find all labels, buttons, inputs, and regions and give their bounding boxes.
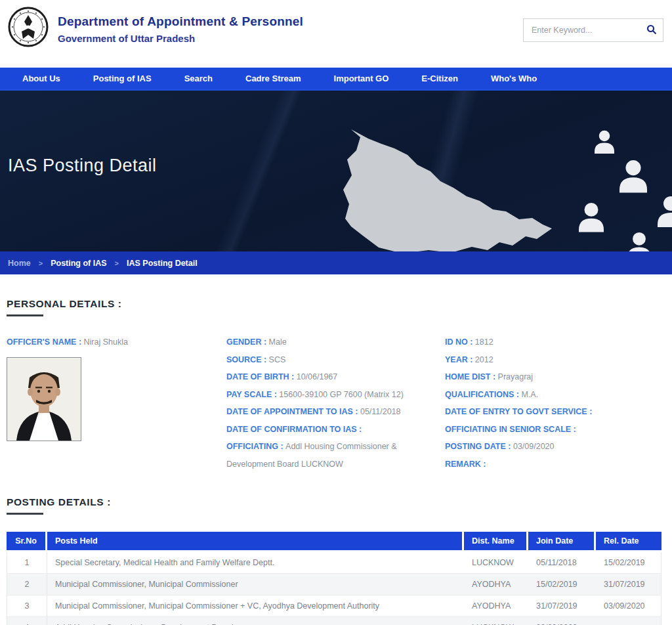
cell-sr-no: 3 (7, 595, 47, 617)
personal-details-col-right: ID NO : 1812YEAR : 2012HOME DIST : Praya… (445, 334, 662, 473)
heading-underline (7, 314, 43, 316)
site-title: Department of Appointment & Personnel (58, 14, 303, 29)
field-label: GENDER : (226, 337, 269, 347)
field-value: 05/11/2018 (360, 407, 401, 416)
posting-details-table: Sr.NoPosts HeldDist. NameJoin DateRel. D… (7, 532, 662, 625)
field-label: DATE OF APPOINTMENT TO IAS : (226, 407, 360, 416)
cell-join-date: 03/09/2020 (528, 617, 596, 625)
cell-rel-date: 03/09/2020 (596, 595, 662, 617)
officer-name-field: OFFICER'S NAME : Niraj Shukla (7, 334, 226, 351)
nav-item-who-s-who[interactable]: Who's Who (491, 74, 537, 83)
field-value: 15600-39100 GP 7600 (Matrix 12) (279, 390, 403, 399)
detail-field-officiating: OFFICIATING : Addl Housing Commissioner … (226, 438, 445, 473)
site-branding: Department of Appointment & Personnel Go… (58, 14, 303, 44)
cell-district: AYODHYA (464, 574, 528, 595)
field-value: 2012 (475, 355, 494, 364)
cell-join-date: 05/11/2018 (528, 552, 596, 574)
posting-table-body: 1Special Secretary, Medical Health and F… (7, 552, 662, 625)
breadcrumb-separator: > (115, 259, 119, 267)
nav-item-about-us[interactable]: About Us (22, 74, 60, 83)
breadcrumb-item-ias-posting-detail[interactable]: IAS Posting Detail (127, 259, 198, 268)
field-label: YEAR : (445, 355, 475, 364)
field-value: 03/09/2020 (513, 442, 555, 451)
field-label: OFFICER'S NAME : (7, 337, 84, 347)
page-header: Department of Appointment & Personnel Go… (0, 0, 672, 68)
detail-field-year: YEAR : 2012 (445, 351, 662, 369)
officer-photo (7, 357, 81, 441)
detail-field-officiating-in-senior-scale: OFFICIATING IN SENIOR SCALE : (445, 421, 662, 439)
field-value: Prayagraj (498, 372, 534, 381)
personal-details-col-middle: GENDER : MaleSOURCE : SCSDATE OF BIRTH :… (226, 334, 445, 473)
heading-underline (7, 513, 43, 515)
field-label: OFFICIATING : (226, 442, 285, 451)
personal-details-grid: OFFICER'S NAME : Niraj Shukla (7, 334, 663, 473)
field-label: OFFICIATING IN SENIOR SCALE : (445, 425, 576, 434)
field-value: 10/06/1967 (297, 372, 338, 381)
uttar-pradesh-map-silhouette (331, 127, 558, 251)
nav-item-posting-of-ias[interactable]: Posting of IAS (93, 74, 152, 83)
field-label: PAY SCALE : (226, 390, 279, 399)
nav-item-search[interactable]: Search (184, 74, 213, 83)
hero-banner: IAS Posting Detail (0, 89, 672, 251)
detail-field-pay-scale: PAY SCALE : 15600-39100 GP 7600 (Matrix … (226, 386, 445, 404)
breadcrumb-item-home[interactable]: Home (8, 259, 31, 268)
cell-sr-no: 1 (7, 552, 47, 574)
field-label: POSTING DATE : (445, 442, 513, 451)
detail-field-date-of-birth: DATE OF BIRTH : 10/06/1967 (226, 368, 445, 386)
detail-field-qualifications: QUALIFICATIONS : M.A. (445, 386, 662, 404)
field-label: DATE OF ENTRY TO GOVT SERVICE : (445, 407, 592, 416)
cell-post-held: Municipal Commissioner, Municipal Commis… (47, 574, 464, 595)
table-row: 2Municipal Commissioner, Municipal Commi… (7, 574, 662, 595)
detail-field-gender: GENDER : Male (226, 334, 445, 351)
people-silhouettes (554, 91, 672, 251)
field-value: 1812 (475, 337, 494, 347)
table-row: 1Special Secretary, Medical Health and F… (7, 552, 662, 574)
column-header-sr-no: Sr.No (7, 532, 47, 552)
personal-details-col-left: OFFICER'S NAME : Niraj Shukla (7, 334, 226, 473)
column-header-rel-date: Rel. Date (596, 532, 662, 552)
detail-field-home-dist: HOME DIST : Prayagraj (445, 368, 662, 386)
cell-post-held: Addl Housing Commissioner Development Bo… (47, 617, 464, 625)
search-button[interactable] (640, 19, 663, 41)
search-input[interactable] (524, 26, 640, 35)
field-label: QUALIFICATIONS : (445, 390, 521, 399)
detail-field-remark: REMARK : (445, 456, 662, 473)
field-label: DATE OF CONFIRMATION TO IAS : (226, 425, 362, 434)
field-value: Male (269, 337, 287, 347)
personal-details-heading: PERSONAL DETAILS : (7, 298, 663, 310)
column-header-dist-name: Dist. Name (464, 532, 528, 552)
nav-item-e-citizen[interactable]: E-Citizen (421, 74, 458, 83)
up-government-emblem-logo (8, 6, 49, 48)
cell-district: AYODHYA (464, 595, 528, 617)
field-value: M.A. (521, 390, 538, 399)
page-title: IAS Posting Detail (8, 156, 157, 176)
column-header-posts-held: Posts Held (47, 532, 464, 552)
main-navigation: About UsPosting of IASSearchCadre Stream… (0, 68, 672, 89)
cell-join-date: 15/02/2019 (528, 574, 596, 595)
field-label: HOME DIST : (445, 372, 498, 381)
field-value: SCS (269, 355, 286, 364)
detail-field-date-of-confirmation-to-ias: DATE OF CONFIRMATION TO IAS : (226, 421, 445, 439)
cell-sr-no: 4 (7, 617, 47, 625)
main-content: PERSONAL DETAILS : OFFICER'S NAME : Nira… (0, 298, 672, 625)
cell-rel-date: 31/07/2019 (596, 574, 662, 595)
breadcrumb: Home>Posting of IAS>IAS Posting Detail (0, 251, 672, 274)
field-label: REMARK : (445, 460, 486, 469)
detail-field-date-of-appointment-to-ias: DATE OF APPOINTMENT TO IAS : 05/11/2018 (226, 403, 445, 421)
field-label: ID NO : (445, 337, 475, 347)
breadcrumb-separator: > (39, 259, 43, 267)
keyword-search (523, 18, 663, 42)
field-label: DATE OF BIRTH : (226, 372, 297, 381)
table-row: 4Addl Housing Commissioner Development B… (7, 617, 662, 625)
nav-item-important-go[interactable]: Important GO (334, 74, 389, 83)
cell-post-held: Special Secretary, Medical Health and Fa… (47, 552, 464, 574)
detail-field-id-no: ID NO : 1812 (445, 334, 662, 351)
breadcrumb-item-posting-of-ias[interactable]: Posting of IAS (51, 259, 106, 268)
nav-item-cadre-stream[interactable]: Cadre Stream (245, 74, 301, 83)
cell-district: LUCKNOW (464, 617, 528, 625)
search-icon (646, 24, 657, 37)
cell-rel-date (596, 617, 662, 625)
detail-field-posting-date: POSTING DATE : 03/09/2020 (445, 438, 662, 456)
field-label: SOURCE : (226, 355, 269, 364)
detail-field-date-of-entry-to-govt-service: DATE OF ENTRY TO GOVT SERVICE : (445, 403, 662, 421)
